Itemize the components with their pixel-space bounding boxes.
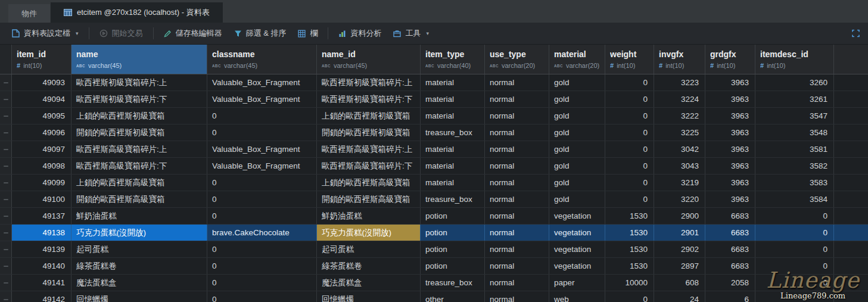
cell-invgfx[interactable]: 608 — [654, 275, 705, 291]
cell-itemdesc_id[interactable]: 3583 — [755, 175, 834, 191]
cell-itemdesc_id[interactable]: 0 — [755, 241, 834, 257]
toolbar-tools-button[interactable]: 工具▾ — [387, 26, 435, 41]
column-header-invgfx[interactable]: invgfx#int(10) — [654, 45, 705, 74]
cell-item_id[interactable]: 49141 — [12, 275, 71, 291]
toolbar-columns-button[interactable]: 欄 — [292, 26, 323, 41]
table-row[interactable]: 49096開鎖的歐西裡斯初級寶箱0開鎖的歐西裡斯初級寶箱treasure_box… — [0, 124, 868, 141]
table-row[interactable]: 49093歐西裡斯初級寶箱碎片:上Valuable_Box_Fragment歐西… — [0, 74, 868, 91]
toolbar-table-profile-button[interactable]: 資料表設定檔▾ — [6, 26, 85, 41]
cell-use_type[interactable]: normal — [485, 241, 549, 257]
cell-invgfx[interactable]: 3222 — [654, 108, 705, 124]
cell-material[interactable]: paper — [549, 275, 605, 291]
cell-item_id[interactable]: 49138 — [12, 225, 71, 241]
table-row[interactable]: 49099上鎖的歐西裡斯高級寶箱0上鎖的歐西裡斯高級寶箱materialnorm… — [0, 175, 868, 191]
cell-item_type[interactable]: material — [421, 175, 485, 191]
cell-weight[interactable]: 1530 — [605, 258, 654, 274]
cell-name[interactable]: 開鎖的歐西裡斯初級寶箱 — [71, 124, 207, 141]
cell-itemdesc_id[interactable]: 0 — [755, 208, 834, 224]
cell-name_id[interactable]: 開鎖的歐西裡斯初級寶箱 — [317, 124, 421, 141]
toolbar-filter-sort-button[interactable]: 篩選 & 排序 — [228, 26, 293, 41]
row-handle[interactable] — [0, 108, 12, 124]
row-handle[interactable] — [0, 291, 12, 302]
cell-name_id[interactable]: 回憶蠟燭 — [317, 291, 421, 302]
cell-item_id[interactable]: 49100 — [12, 191, 71, 207]
cell-grdgfx[interactable]: 3963 — [705, 91, 755, 107]
cell-name[interactable]: 上鎖的歐西裡斯初級寶箱 — [71, 108, 207, 124]
cell-use_type[interactable]: normal — [485, 158, 549, 174]
cell-weight[interactable]: 10000 — [605, 275, 654, 291]
cell-material[interactable]: vegetation — [549, 241, 605, 257]
cell-use_type[interactable]: normal — [485, 191, 549, 207]
cell-weight[interactable]: 1530 — [605, 208, 654, 224]
cell-item_type[interactable]: material — [421, 74, 485, 91]
cell-use_type[interactable]: normal — [485, 124, 549, 141]
cell-item_type[interactable]: potion — [421, 258, 485, 274]
table-row[interactable]: 49142回憶蠟燭0回憶蠟燭othernormalweb0246 — [0, 291, 868, 302]
cell-grdgfx[interactable]: 3963 — [705, 141, 755, 157]
toolbar-start-transaction-button[interactable]: 開始交易 — [94, 26, 149, 41]
cell-item_id[interactable]: 49139 — [12, 241, 71, 257]
cell-itemdesc_id[interactable]: 3548 — [755, 124, 834, 141]
cell-name[interactable]: 歐西裡斯高級寶箱碎片:上 — [71, 141, 207, 157]
cell-weight[interactable]: 0 — [605, 191, 654, 207]
cell-classname[interactable]: 0 — [207, 275, 317, 291]
cell-itemdesc_id[interactable]: 3261 — [755, 91, 834, 107]
row-handle[interactable] — [0, 175, 12, 191]
cell-weight[interactable]: 0 — [605, 91, 654, 107]
cell-name[interactable]: 歐西裡斯高級寶箱碎片:下 — [71, 158, 207, 174]
row-handle[interactable] — [0, 241, 12, 257]
row-handle[interactable] — [0, 158, 12, 174]
cell-use_type[interactable]: normal — [485, 291, 549, 302]
cell-item_id[interactable]: 49095 — [12, 108, 71, 124]
cell-classname[interactable]: brave.CakeChocolate — [207, 225, 317, 241]
cell-name[interactable]: 巧克力蛋糕(沒開放) — [71, 225, 207, 241]
tab-etcitem-table[interactable]: etcitem @270x182 (localhost) - 資料表 — [51, 2, 223, 23]
cell-itemdesc_id[interactable]: 3584 — [755, 191, 834, 207]
table-row[interactable]: 49137鮮奶油蛋糕0鮮奶油蛋糕potionnormalvegetation15… — [0, 208, 868, 225]
cell-item_type[interactable]: treasure_box — [421, 191, 485, 207]
cell-classname[interactable]: 0 — [207, 208, 317, 224]
cell-invgfx[interactable]: 3220 — [654, 191, 705, 207]
cell-use_type[interactable]: normal — [485, 275, 549, 291]
cell-material[interactable]: gold — [549, 175, 605, 191]
column-header-grdgfx[interactable]: grdgfx#int(10) — [705, 45, 755, 74]
cell-itemdesc_id[interactable]: 0 — [755, 225, 834, 241]
cell-invgfx[interactable]: 3225 — [654, 124, 705, 141]
cell-weight[interactable]: 0 — [605, 158, 654, 174]
cell-material[interactable]: vegetation — [549, 225, 605, 241]
row-handle[interactable] — [0, 208, 12, 224]
cell-item_id[interactable]: 49093 — [12, 74, 71, 91]
column-header-item_type[interactable]: item_typeᴀʙᴄvarchar(40) — [421, 45, 485, 74]
cell-grdgfx[interactable]: 6683 — [705, 208, 755, 224]
cell-classname[interactable]: Valuable_Box_Fragment — [207, 74, 317, 91]
cell-use_type[interactable]: normal — [485, 108, 549, 124]
cell-invgfx[interactable]: 2897 — [654, 258, 705, 274]
table-row[interactable]: 49139起司蛋糕0起司蛋糕potionnormalvegetation1530… — [0, 241, 868, 258]
table-row[interactable]: 49140綠茶蛋糕卷0綠茶蛋糕卷potionnormalvegetation15… — [0, 258, 868, 275]
cell-item_id[interactable]: 49137 — [12, 208, 71, 224]
cell-invgfx[interactable]: 3219 — [654, 175, 705, 191]
toolbar-cell-editor-button[interactable]: 儲存格編輯器 — [158, 26, 228, 41]
row-handle[interactable] — [0, 191, 12, 207]
cell-classname[interactable]: 0 — [207, 175, 317, 191]
cell-itemdesc_id[interactable]: 0 — [755, 258, 834, 274]
cell-item_type[interactable]: potion — [421, 208, 485, 224]
cell-item_type[interactable]: material — [421, 141, 485, 157]
cell-material[interactable]: vegetation — [549, 208, 605, 224]
cell-name[interactable]: 開鎖的歐西裡斯高級寶箱 — [71, 191, 207, 207]
cell-use_type[interactable]: normal — [485, 141, 549, 157]
cell-classname[interactable]: 0 — [207, 124, 317, 141]
row-handle[interactable] — [0, 258, 12, 274]
cell-name_id[interactable]: 歐西裡斯初級寶箱碎片:上 — [317, 74, 421, 91]
cell-grdgfx[interactable]: 3963 — [705, 158, 755, 174]
cell-name_id[interactable]: 綠茶蛋糕卷 — [317, 258, 421, 274]
cell-itemdesc_id[interactable]: 3260 — [755, 74, 834, 91]
cell-name_id[interactable]: 歐西裡斯高級寶箱碎片:下 — [317, 158, 421, 174]
cell-grdgfx[interactable]: 3963 — [705, 108, 755, 124]
tab-objects[interactable]: 物件 — [8, 4, 50, 23]
cell-classname[interactable]: 0 — [207, 291, 317, 302]
cell-item_type[interactable]: treasure_box — [421, 275, 485, 291]
cell-name[interactable]: 魔法蛋糕盒 — [71, 275, 207, 291]
cell-itemdesc_id[interactable] — [755, 291, 834, 302]
cell-invgfx[interactable]: 24 — [654, 291, 705, 302]
